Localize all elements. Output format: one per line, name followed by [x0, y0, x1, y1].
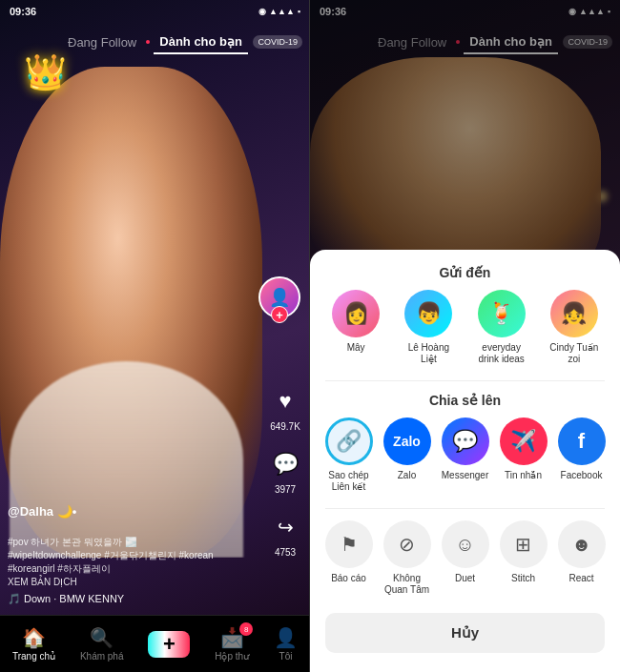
top-nav-left: Đang Follow Dành cho bạn COVID-19	[0, 23, 310, 61]
nav-inbox-left[interactable]: 📩 Hộp thư 8	[215, 626, 249, 662]
video-desc-left: #pov 하녀가 본관 뭐였을까 🌫️ #wipeItdownchallenge…	[8, 522, 258, 589]
action-notinterested[interactable]: ⊘ Không Quan Tâm	[379, 520, 436, 596]
action-duet[interactable]: ☺ Duet	[437, 520, 494, 596]
nav-home-left[interactable]: 🏠 Trang chủ	[12, 626, 55, 662]
home-icon-left: 🏠	[22, 626, 46, 649]
duet-label: Duet	[455, 573, 475, 584]
app-facebook[interactable]: f Facebook	[553, 417, 610, 493]
comment-count-left: 3977	[275, 484, 296, 495]
stitch-label: Stitch	[511, 573, 535, 584]
facebook-label: Facebook	[561, 470, 603, 481]
contact-le-hoang-liet[interactable]: 👦 Lê Hoàng Liệt	[400, 290, 457, 365]
contacts-row: 👩 Mây 👦 Lê Hoàng Liệt 🍹 everyday drink i…	[310, 290, 620, 380]
share-on-title: Chia sẻ lên	[310, 381, 620, 417]
like-button-left[interactable]: ♥ 649.7K	[268, 384, 302, 432]
profile-icon-left: 👤	[274, 626, 298, 649]
app-zalo[interactable]: Zalo Zalo	[379, 417, 436, 493]
share-count-left: 4753	[275, 547, 296, 558]
zalo-icon: Zalo	[383, 417, 431, 465]
notinterested-label: Không Quan Tâm	[384, 573, 429, 596]
apps-row: 🔗 Sao chép Liên kết Zalo Zalo 💬 Messenge…	[310, 417, 620, 508]
video-music-left[interactable]: 🎵 Down · BMW KENNY	[8, 593, 258, 605]
react-label: React	[568, 573, 593, 584]
inbox-badge-left: 8	[239, 622, 253, 636]
add-button-left[interactable]: +	[148, 631, 190, 658]
contact-avatar-may: 👩	[332, 290, 380, 337]
nav-add-left[interactable]: +	[148, 631, 190, 658]
share-sheet: Gửi đến 👩 Mây 👦 Lê Hoàng Liệt 🍹	[310, 250, 620, 672]
share-button-left[interactable]: ↪ 4753	[268, 510, 302, 558]
status-bar-left: 09:36 ◉ ▲▲▲ ▪	[0, 0, 310, 23]
like-count-left: 649.7K	[270, 421, 300, 432]
search-icon-left: 🔍	[90, 626, 114, 649]
react-icon: ☻	[558, 520, 606, 568]
person-left	[0, 67, 262, 558]
tab-following-left[interactable]: Đang Follow	[62, 31, 142, 53]
action-stitch[interactable]: ⊞ Stitch	[495, 520, 552, 596]
contact-avatar-cindy: 👧	[550, 290, 598, 337]
contact-avatar-everyday: 🍹	[478, 290, 526, 337]
status-icons-left: ◉ ▲▲▲ ▪	[258, 7, 300, 16]
contact-everyday[interactable]: 🍹 everyday drink ideas	[473, 290, 530, 365]
notinterested-icon: ⊘	[383, 520, 431, 568]
actions-row: ⚑ Báo cáo ⊘ Không Quan Tâm ☺ Duet ⊞ Stit…	[310, 509, 620, 605]
report-icon: ⚑	[325, 520, 373, 568]
copy-link-icon: 🔗	[325, 417, 373, 465]
contact-may[interactable]: 👩 Mây	[327, 290, 384, 365]
comment-button-left[interactable]: 💬 3977	[268, 447, 302, 495]
time-left: 09:36	[10, 6, 36, 17]
covid-badge-left: COVID-19	[253, 35, 302, 49]
messenger-label: Messenger	[442, 470, 488, 481]
left-phone: 👑 👤 + 09:36 ◉ ▲▲▲ ▪ Đang Follow Dành cho…	[0, 0, 310, 672]
heart-icon-left: ♥	[268, 384, 302, 418]
link-symbol: 🔗	[336, 429, 362, 454]
copy-link-label: Sao chép Liên kết	[328, 470, 368, 493]
zalo-label: Zalo	[398, 470, 416, 481]
avatar-circle-left[interactable]: 👤 +	[258, 276, 300, 318]
tinnhan-icon: ✈️	[500, 417, 548, 465]
contact-name-cindy: Cindy Tuấn zoi	[546, 342, 603, 365]
right-phone: 09:36 ◉ ▲▲▲ ▪ Đang Follow Dành cho bạn C…	[310, 0, 620, 672]
messenger-icon: 💬	[442, 417, 489, 465]
app-tinnhan[interactable]: ✈️ Tin nhắn	[495, 417, 552, 493]
nav-dot-left	[146, 40, 150, 44]
follow-plus-icon[interactable]: +	[271, 306, 288, 323]
nav-profile-left[interactable]: 👤 Tôi	[274, 626, 298, 662]
send-to-title: Gửi đến	[310, 250, 620, 290]
comment-icon-left: 💬	[268, 447, 302, 481]
stitch-icon: ⊞	[500, 520, 548, 568]
tab-foryou-left[interactable]: Dành cho bạn	[154, 31, 248, 54]
duet-icon: ☺	[442, 520, 489, 568]
report-label: Báo cáo	[331, 573, 366, 584]
contact-name-le: Lê Hoàng Liệt	[400, 342, 457, 365]
share-icon-left: ↪	[268, 510, 302, 544]
app-messenger[interactable]: 💬 Messenger	[437, 417, 494, 493]
tinnhan-label: Tin nhắn	[505, 470, 542, 481]
contact-name-everyday: everyday drink ideas	[473, 342, 530, 365]
action-report[interactable]: ⚑ Báo cáo	[320, 520, 378, 596]
contact-avatar-le: 👦	[404, 290, 452, 337]
video-info-left: @Dalha 🌙• #pov 하녀가 본관 뭐였을까 🌫️ #wipeItdow…	[8, 504, 258, 605]
contact-name-may: Mây	[347, 342, 365, 354]
nav-discover-left[interactable]: 🔍 Khám phá	[80, 626, 124, 662]
action-react[interactable]: ☻ React	[553, 520, 610, 596]
app-copy-link[interactable]: 🔗 Sao chép Liên kết	[320, 417, 378, 493]
cancel-button[interactable]: Hủy	[325, 613, 605, 653]
side-actions-left: ♥ 649.7K 💬 3977 ↪ 4753	[268, 384, 302, 558]
username-left[interactable]: @Dalha 🌙•	[8, 504, 258, 519]
facebook-icon: f	[558, 417, 606, 465]
contact-cindy[interactable]: 👧 Cindy Tuấn zoi	[546, 290, 603, 365]
bottom-nav-left: 🏠 Trang chủ 🔍 Khám phá + 📩 Hộp thư 8 👤 T…	[0, 615, 310, 672]
